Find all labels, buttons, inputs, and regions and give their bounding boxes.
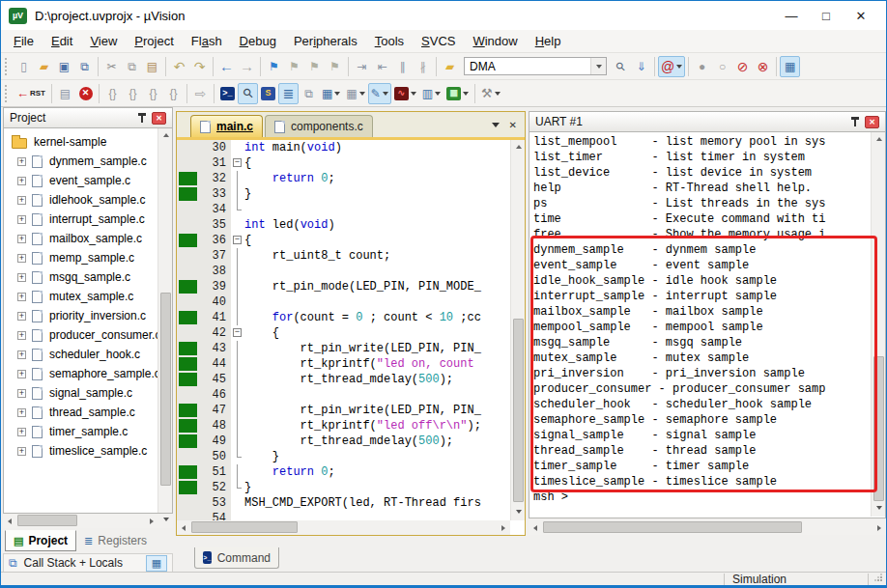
expand-icon[interactable]: + (17, 312, 26, 321)
scroll-right-icon[interactable] (496, 520, 510, 535)
scroll-right-icon[interactable] (872, 520, 886, 535)
disassembly-window-icon[interactable]: ⚲ (238, 83, 258, 104)
project-hscrollbar[interactable] (3, 514, 173, 528)
run-button[interactable]: ▤ (55, 83, 75, 104)
navigate-back-icon[interactable]: ← (216, 56, 237, 77)
menu-flash[interactable]: Flash (183, 31, 231, 51)
menu-help[interactable]: Help (527, 31, 570, 51)
code-line-44[interactable]: 44 rt_kprintf("led on, count (177, 356, 510, 372)
expand-icon[interactable]: + (17, 428, 26, 436)
step-into-icon[interactable]: {} (102, 83, 123, 104)
editor-tab-components-c[interactable]: components.c (265, 115, 373, 137)
expand-icon[interactable]: + (17, 177, 26, 185)
tree-item-signal_sample-c[interactable]: +signal_sample.c (4, 383, 172, 403)
uncomment-icon[interactable]: ∦ (413, 56, 433, 77)
code-line-52[interactable]: 52} (177, 480, 510, 495)
code-area[interactable]: 30int main(void)31−{32 return 0;33}3435i… (177, 140, 510, 520)
tree-item-semaphore_sample-c[interactable]: +semaphore_sample.c (4, 364, 172, 383)
menu-view[interactable]: View (81, 31, 126, 51)
code-line-46[interactable]: 46 (177, 387, 510, 403)
insert-bookmark-icon[interactable]: ⚑ (264, 56, 284, 77)
scrollbar-thumb[interactable] (17, 515, 77, 526)
kill-breakpoints-icon[interactable]: ⊗ (753, 56, 773, 77)
find-in-files-folder-icon[interactable]: ▰ (440, 56, 460, 77)
pin-icon[interactable] (137, 112, 147, 124)
memory-windows-icon[interactable]: ▦ (343, 83, 367, 104)
menu-file[interactable]: File (5, 31, 43, 51)
callstack-bar[interactable]: ⧉ Call Stack + Locals ▦ (3, 553, 173, 573)
tree-item-idlehook_sample-c[interactable]: +idlehook_sample.c (4, 190, 172, 210)
scroll-up-icon[interactable] (511, 140, 526, 154)
minimize-button[interactable]: — (774, 3, 809, 28)
pin-icon[interactable] (850, 116, 860, 127)
tab-registers[interactable]: ≣Registers (76, 530, 155, 551)
tab-project[interactable]: ▤Project (5, 530, 76, 551)
scroll-left-icon[interactable] (3, 514, 17, 528)
code-line-38[interactable]: 38 (177, 264, 510, 279)
project-vscrollbar[interactable] (157, 128, 172, 513)
code-line-49[interactable]: 49 rt_thread_mdelay(500); (177, 434, 510, 449)
tree-item-event_sample-c[interactable]: +event_sample.c (4, 171, 172, 190)
expand-icon[interactable]: + (17, 447, 26, 456)
scroll-up-icon[interactable] (158, 128, 173, 143)
paste-icon[interactable]: ▤ (142, 56, 162, 77)
scroll-down-icon[interactable] (872, 502, 886, 517)
copy-icon[interactable]: ⧉ (122, 56, 142, 77)
comment-icon[interactable]: ∥ (392, 56, 413, 77)
code-line-42[interactable]: 42− { (177, 325, 510, 341)
uart-panel-header[interactable]: UART #1 ✕ (529, 111, 886, 132)
tree-item-timer_sample-c[interactable]: +timer_sample.c (4, 422, 172, 441)
tab-command[interactable]: >_ Command (194, 547, 279, 569)
indent-icon[interactable]: ⇥ (352, 56, 372, 77)
run-to-line-icon[interactable]: {} (163, 83, 184, 104)
toolbar-grip[interactable] (5, 85, 10, 102)
redo-icon[interactable]: ↷ (189, 56, 210, 77)
tools-icon[interactable]: ⚒ (478, 83, 503, 104)
scrollbar-thumb[interactable] (543, 521, 802, 533)
expand-icon[interactable]: + (17, 370, 26, 378)
menu-debug[interactable]: Debug (231, 31, 285, 51)
manage-layout-icon[interactable]: ▦ (780, 56, 800, 77)
new-file-icon[interactable]: ▯ (14, 56, 34, 77)
search-combobox[interactable]: DMA (464, 57, 607, 75)
tree-item-msgq_sample-c[interactable]: +msgq_sample.c (4, 267, 172, 287)
tree-item-interrupt_sample-c[interactable]: +interrupt_sample.c (4, 210, 172, 229)
scroll-down-icon[interactable] (511, 506, 526, 520)
resize-grip[interactable] (869, 573, 886, 585)
code-line-45[interactable]: 45 rt_thread_mdelay(500); (177, 372, 510, 387)
code-line-54[interactable]: 54 (177, 511, 510, 520)
tree-item-priority_inversion-c[interactable]: +priority_inversion.c (4, 306, 172, 325)
code-line-37[interactable]: 37 rt_uint8_t count; (177, 248, 510, 264)
scroll-up-icon[interactable] (872, 132, 886, 147)
project-panel-header[interactable]: Project ✕ (3, 107, 173, 128)
disable-breakpoints-icon[interactable]: ⊘ (732, 56, 753, 77)
outdent-icon[interactable]: ⇤ (372, 56, 392, 77)
panel-close-icon[interactable]: ✕ (152, 112, 166, 125)
expand-icon[interactable]: + (17, 273, 26, 282)
expand-icon[interactable]: + (17, 157, 26, 166)
expand-icon[interactable]: + (17, 350, 26, 359)
system-viewer-icon[interactable]: ▦ (444, 83, 472, 104)
editor-hscrollbar[interactable] (177, 520, 510, 535)
scrollbar-thumb[interactable] (191, 521, 298, 533)
run-to-cursor-icon[interactable]: ⇨ (190, 83, 211, 104)
editor-tab-main-c[interactable]: main.c (190, 115, 263, 137)
editor-vscrollbar[interactable] (510, 140, 525, 520)
code-line-50[interactable]: 50 } (177, 449, 510, 464)
menu-tools[interactable]: Tools (366, 31, 413, 51)
code-line-36[interactable]: 36−{ (177, 233, 510, 248)
scroll-down-icon[interactable] (158, 514, 173, 528)
panel-close-icon[interactable]: ✕ (865, 116, 879, 128)
scroll-right-icon[interactable] (144, 514, 158, 528)
tree-item-mutex_sample-c[interactable]: +mutex_sample.c (4, 287, 172, 306)
incremental-find-icon[interactable]: ⇓ (631, 56, 651, 77)
expand-icon[interactable]: + (17, 215, 26, 224)
uart-hscrollbar[interactable] (529, 520, 886, 535)
code-line-33[interactable]: 33} (177, 186, 510, 202)
navigate-forward-icon[interactable]: → (237, 56, 257, 77)
tree-root-kernel-sample[interactable]: kernel-sample (4, 132, 172, 152)
cut-icon[interactable]: ✂ (101, 56, 122, 77)
scroll-left-icon[interactable] (177, 520, 191, 535)
code-line-41[interactable]: 41 for(count = 0 ; count < 10 ;cc (177, 310, 510, 325)
scrollbar-thumb[interactable] (160, 293, 171, 486)
